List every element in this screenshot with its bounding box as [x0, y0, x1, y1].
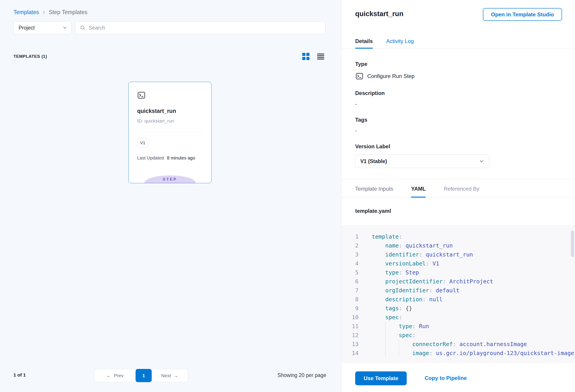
code-lines: 1template:2 name: quickstart_run3 identi… — [341, 232, 575, 358]
breadcrumb-chevron-icon — [42, 10, 46, 15]
code-line: 3 identifier: quickstart_run — [341, 250, 575, 259]
breadcrumb-templates-link[interactable]: Templates — [13, 9, 39, 15]
code-line: 9 tags: {} — [341, 304, 575, 313]
tags-value: - — [355, 127, 357, 134]
list-header-row: TEMPLATES (1) — [13, 51, 324, 62]
yaml-code-viewer[interactable]: 1template:2 name: quickstart_run3 identi… — [341, 225, 575, 363]
yaml-file-name: template.yaml — [355, 208, 391, 214]
last-updated-value: 8 minutes ago — [167, 156, 195, 161]
type-value-row: Configure Run Step — [355, 72, 415, 81]
use-template-button[interactable]: Use Template — [355, 371, 407, 385]
last-updated-row: Last Updated 8 minutes ago — [137, 156, 195, 161]
prev-label: Prev — [114, 373, 123, 378]
version-select[interactable]: V1 (Stable) — [355, 155, 489, 168]
code-line: 5 type: Step — [341, 268, 575, 277]
prev-page-button[interactable]: ← Prev — [94, 369, 136, 382]
code-line: 8 description: null — [341, 295, 575, 304]
subtab-yaml[interactable]: YAML — [411, 180, 426, 198]
code-line: 1template: — [341, 232, 575, 241]
code-scrollbar-thumb[interactable] — [571, 231, 574, 257]
subtab-template-inputs[interactable]: Template Inputs — [355, 180, 393, 198]
scope-select[interactable]: Project — [13, 21, 72, 34]
result-count: 1 of 1 — [13, 372, 26, 378]
next-label: Next — [161, 373, 171, 378]
code-line: 10 spec: — [341, 313, 575, 322]
code-line: 14 image: us.gcr.io/playground-123/quick… — [341, 349, 575, 358]
chevron-down-icon — [62, 25, 67, 30]
card-id: ID: quickstart_run — [137, 118, 174, 124]
description-label: Description — [355, 90, 385, 96]
template-details-panel: quickstart_run Open in Template Studio D… — [341, 0, 575, 392]
code-line: 4 versionLabel: V1 — [341, 259, 575, 268]
copy-to-pipeline-link[interactable]: Copy to Pipeline — [425, 375, 467, 381]
panel-title: quickstart_run — [355, 10, 403, 18]
breadcrumb: Templates Step Templates — [13, 9, 87, 15]
template-card[interactable]: quickstart_run ID: quickstart_run V1 Las… — [128, 82, 212, 183]
search-box — [75, 21, 326, 34]
per-page-label: Showing 20 per page — [278, 372, 326, 378]
code-line: 6 projectIdentifier: ArchitProject — [341, 277, 575, 286]
search-icon — [80, 25, 86, 31]
code-line: 12 spec: — [341, 331, 575, 340]
breadcrumb-current: Step Templates — [49, 9, 87, 15]
yaml-subtabs: Template Inputs YAML Referenced By — [341, 180, 575, 198]
template-kind-ribbon: STEP — [144, 175, 196, 183]
last-updated-label: Last Updated — [137, 156, 164, 161]
open-in-template-studio-button[interactable]: Open in Template Studio — [483, 8, 562, 21]
grid-view-icon[interactable] — [302, 53, 310, 60]
subtab-referenced-by[interactable]: Referenced By — [444, 180, 479, 198]
version-select-value: V1 (Stable) — [360, 158, 387, 164]
code-line: 11 type: Run — [341, 322, 575, 331]
code-line: 2 name: quickstart_run — [341, 241, 575, 250]
tab-activity-log[interactable]: Activity Log — [386, 34, 414, 49]
arrow-right-icon: → — [174, 373, 178, 378]
app-window: Templates Step Templates Project TEMPLAT… — [0, 0, 575, 392]
code-line: 13 connectorRef: account.harnessImage — [341, 340, 575, 349]
card-title: quickstart_run — [137, 108, 176, 114]
tags-label: Tags — [355, 117, 367, 123]
list-view-icon[interactable] — [317, 53, 324, 60]
version-badge: V1 — [137, 139, 148, 147]
description-value: - — [355, 101, 357, 107]
templates-list-panel: Templates Step Templates Project TEMPLAT… — [0, 0, 341, 392]
next-page-button[interactable]: Next → — [152, 369, 188, 382]
version-label: Version Label — [355, 143, 390, 150]
details-tabs: Details Activity Log — [341, 34, 575, 49]
page-1-button[interactable]: 1 — [136, 369, 152, 382]
view-toggles — [302, 53, 324, 60]
type-value: Configure Run Step — [367, 73, 415, 79]
pagination: ← Prev 1 Next → — [94, 369, 188, 382]
code-line: 7 orgIdentifier: default — [341, 286, 575, 295]
scope-select-value: Project — [19, 25, 35, 31]
templates-count-label: TEMPLATES (1) — [13, 54, 47, 59]
card-divider — [136, 132, 204, 132]
chevron-down-icon — [479, 159, 484, 164]
run-step-terminal-icon — [137, 91, 146, 100]
type-label: Type — [355, 61, 367, 67]
search-input[interactable] — [89, 25, 321, 31]
arrow-left-icon: ← — [106, 373, 111, 378]
run-step-terminal-icon — [355, 72, 364, 80]
tab-details[interactable]: Details — [355, 34, 373, 49]
